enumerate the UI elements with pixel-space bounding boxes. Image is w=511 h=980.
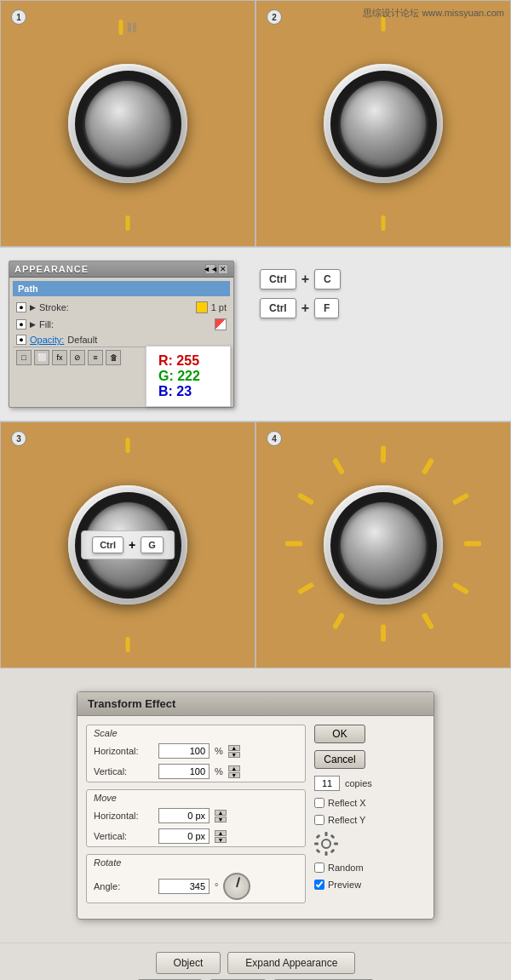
- ap-fill-label: Fill:: [39, 319, 211, 330]
- move-horizontal-field: Horizontal: ▲ ▼: [87, 805, 305, 826]
- middle-section: APPEARANCE ◄◄ ✕ Path ● ▶ Stroke: 1 pt ● …: [0, 247, 511, 421]
- ap-fill-arrow: ▶: [30, 320, 36, 329]
- ap-collapse-btn[interactable]: ◄◄: [205, 264, 215, 274]
- ctrl-key-2: Ctrl: [260, 298, 296, 318]
- rotate-title: Rotate: [87, 855, 305, 870]
- scale-h-up[interactable]: ▲: [228, 745, 240, 751]
- knob-ring-4: [330, 492, 437, 599]
- appearance-controls: ◄◄ ✕: [205, 264, 228, 274]
- svg-point-12: [322, 840, 330, 848]
- panel-1: 1 ⛓: [0, 0, 256, 247]
- ap-opacity-value: Default: [67, 335, 97, 345]
- svg-rect-15: [314, 843, 319, 845]
- knob-4: [324, 485, 443, 605]
- scale-v-down[interactable]: ▼: [228, 772, 240, 778]
- random-checkbox[interactable]: [314, 863, 324, 873]
- ap-path-row: Path: [13, 281, 230, 296]
- ctrl-g-g: G: [141, 536, 164, 553]
- random-label: Random: [328, 863, 364, 873]
- scale-v-input[interactable]: [158, 764, 210, 779]
- scale-v-unit: %: [215, 766, 223, 777]
- move-v-down[interactable]: ▼: [215, 837, 227, 843]
- svg-rect-9: [285, 542, 302, 547]
- rgb-r-value: R: 255: [158, 353, 218, 369]
- rotate-dial[interactable]: [223, 873, 250, 900]
- move-h-up[interactable]: ▲: [215, 810, 227, 816]
- knob-1: [68, 64, 187, 183]
- plus-1: +: [301, 272, 309, 287]
- ap-fill-eye[interactable]: ●: [16, 319, 26, 330]
- svg-rect-18: [330, 834, 336, 840]
- panel-4-number: 4: [267, 431, 282, 446]
- ap-tool-btn-2[interactable]: ⬜: [34, 350, 49, 365]
- ap-path-label: Path: [18, 284, 38, 294]
- svg-rect-14: [325, 851, 328, 856]
- scale-v-up[interactable]: ▲: [228, 765, 240, 771]
- ap-tool-btn-1[interactable]: □: [16, 350, 32, 365]
- ap-opacity-label[interactable]: Opacity:: [30, 335, 64, 345]
- expand-appearance-button[interactable]: Expand Appearance: [227, 952, 355, 974]
- preview-label: Preview: [328, 880, 361, 890]
- preview-checkbox[interactable]: [314, 880, 324, 890]
- panel1-top-indicators: ⛓: [119, 20, 137, 35]
- ap-tool-btn-fx[interactable]: fx: [52, 350, 67, 365]
- move-v-label: Vertical:: [94, 831, 153, 841]
- ap-stroke-swatch[interactable]: [196, 301, 208, 313]
- panel-2: 2: [256, 0, 511, 247]
- scale-h-stepper: ▲ ▼: [228, 745, 240, 758]
- ok-button[interactable]: OK: [314, 725, 365, 743]
- tick-top-3: [126, 438, 130, 453]
- move-h-input[interactable]: [158, 808, 210, 823]
- ctrl-g-ctrl: Ctrl: [92, 536, 123, 553]
- reflect-y-row: Reflect Y: [314, 815, 365, 825]
- move-section: Move Horizontal: ▲ ▼ Vertical: ▲: [86, 789, 306, 847]
- knob-outer-1: [68, 64, 187, 183]
- angle-label: Angle:: [94, 881, 153, 891]
- ap-tool-btn-4[interactable]: ≡: [88, 350, 103, 365]
- ap-stroke-value: 1 pt: [211, 302, 227, 312]
- random-row: Random: [314, 863, 364, 873]
- knob-outer-4: [324, 485, 443, 605]
- copies-input[interactable]: [314, 776, 340, 791]
- scale-h-down[interactable]: ▼: [228, 752, 240, 758]
- keyboard-shortcuts: Ctrl + C Ctrl + F: [243, 261, 502, 318]
- reflect-y-label: Reflect Y: [328, 815, 365, 825]
- svg-rect-10: [297, 492, 314, 505]
- scale-h-input[interactable]: [158, 743, 210, 759]
- f-key: F: [314, 298, 339, 318]
- svg-rect-3: [464, 542, 481, 547]
- scale-h-unit: %: [215, 746, 223, 756]
- reflect-y-checkbox[interactable]: [314, 815, 324, 825]
- knob-outer-2: [324, 64, 443, 183]
- move-v-up[interactable]: ▲: [215, 830, 227, 836]
- scale-v-label: Vertical:: [94, 766, 153, 777]
- panel-2-number: 2: [267, 9, 282, 25]
- object-button-1[interactable]: Object: [156, 952, 221, 974]
- ap-tool-btn-5[interactable]: 🗑: [106, 350, 121, 365]
- move-v-input[interactable]: [158, 828, 210, 844]
- ap-stroke-eye[interactable]: ●: [16, 302, 26, 312]
- svg-rect-2: [452, 492, 469, 505]
- watermark: 思综设计论坛 www.missyuan.com: [363, 7, 504, 20]
- chain-icon: ⛓: [126, 21, 137, 34]
- bottom-panels-row: 3 Ctrl + G 4: [0, 421, 511, 668]
- ctrl-g-overlay: Ctrl + G: [81, 530, 175, 559]
- svg-rect-17: [316, 834, 321, 840]
- c-key: C: [314, 269, 341, 289]
- svg-rect-0: [381, 446, 386, 463]
- ap-tool-btn-3[interactable]: ⊘: [70, 350, 85, 365]
- ap-close-btn[interactable]: ✕: [218, 264, 228, 274]
- angle-input[interactable]: [158, 879, 210, 894]
- scale-title: Scale: [87, 725, 305, 741]
- tick-indicator: [119, 20, 123, 35]
- move-h-label: Horizontal:: [94, 811, 153, 821]
- cancel-button[interactable]: Cancel: [314, 750, 365, 769]
- reflect-x-checkbox[interactable]: [314, 798, 324, 808]
- angle-unit: °: [215, 881, 218, 891]
- panel-3: 3 Ctrl + G: [0, 421, 256, 668]
- move-h-down[interactable]: ▼: [215, 817, 227, 822]
- kbd-row-copy: Ctrl + C: [260, 269, 502, 289]
- ap-fill-swatch[interactable]: [215, 318, 227, 330]
- svg-rect-1: [422, 457, 434, 474]
- ap-opacity-eye[interactable]: ●: [16, 335, 26, 345]
